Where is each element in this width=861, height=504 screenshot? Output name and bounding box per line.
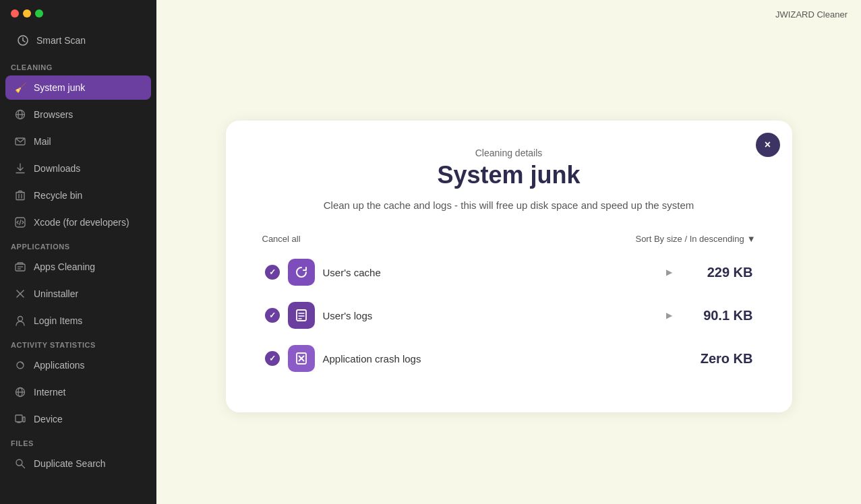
item-size: 90.1 KB [686,308,753,323]
recycle-bin-icon [13,189,27,202]
svg-rect-21 [16,415,22,422]
sidebar-item-label: Device [34,414,63,424]
item-name: User's logs [323,310,653,321]
close-button[interactable]: × [756,133,780,157]
smart-scan-label: Smart Scan [36,35,86,46]
sidebar-item-label: Applications [34,360,85,371]
sort-button[interactable]: Sort By size / In descending ▼ [635,234,755,244]
expand-arrow-icon[interactable]: ▶ [661,265,678,280]
cache-icon [288,259,315,286]
sidebar: Smart Scan Cleaning 🧹 System junk Browse… [0,0,156,504]
sort-label: Sort By size / In descending [635,234,744,244]
sidebar-item-label: Apps Cleaning [34,261,95,272]
expand-arrow-icon[interactable]: ▶ [661,308,678,323]
section-files-label: Files [0,433,156,450]
traffic-lights [11,9,43,18]
sidebar-item-apps-cleaning[interactable]: Apps Cleaning [5,255,151,279]
sidebar-item-duplicate-search[interactable]: Duplicate Search [5,451,151,476]
crash-icon [288,345,315,372]
uninstaller-icon [13,287,27,301]
sidebar-item-browsers[interactable]: Browsers [5,102,151,127]
xcode-icon [13,216,27,229]
card-title: System junk [260,161,759,189]
card-subtitle: Cleaning details [260,148,759,158]
check-icon[interactable] [265,351,280,366]
duplicate-search-icon [13,457,27,470]
sidebar-item-label: Xcode (for developers) [34,217,129,228]
table-row[interactable]: User's cache ▶ 229 KB [260,252,759,292]
system-junk-icon: 🧹 [13,81,27,94]
maximize-window-button[interactable] [35,9,43,18]
card-description: Clean up the cache and logs - this will … [260,197,759,214]
sidebar-item-label: Downloads [34,163,80,174]
table-row[interactable]: Application crash logs Zero KB [260,338,759,379]
minimize-window-button[interactable] [23,9,31,18]
device-icon [13,412,27,426]
sidebar-item-recycle-bin[interactable]: Recycle bin [5,183,151,208]
cancel-all-button[interactable]: Cancel all [262,234,301,244]
sort-down-icon: ▼ [747,234,756,244]
list-header: Cancel all Sort By size / In descending … [260,234,759,244]
applications-stat-icon [13,358,27,372]
item-name: User's cache [323,267,653,278]
login-items-icon [13,314,27,327]
internet-icon [13,385,27,399]
svg-rect-22 [23,417,25,422]
close-window-button[interactable] [11,9,19,18]
table-row[interactable]: User's logs ▶ 90.1 KB [260,295,759,336]
svg-rect-11 [16,264,25,271]
sidebar-item-mail[interactable]: Mail [5,129,151,154]
sidebar-item-label: System junk [34,82,85,93]
browsers-icon [13,108,27,121]
cleaning-details-card: × Cleaning details System junk Clean up … [226,121,792,412]
section-applications-label: Applications [0,236,156,253]
item-size: 229 KB [686,265,753,280]
check-icon[interactable] [265,265,280,280]
svg-rect-6 [16,193,24,200]
item-size: Zero KB [686,351,753,367]
sidebar-item-label: Recycle bin [34,190,82,201]
check-icon[interactable] [265,308,280,323]
sidebar-item-label: Login Items [34,315,82,326]
titlebar [0,0,156,24]
sidebar-item-label: Internet [34,387,65,398]
sidebar-item-smart-scan[interactable]: Smart Scan [5,27,151,54]
section-cleaning-label: Cleaning [0,57,156,74]
main-content: JWIZARD Cleaner × Cleaning details Syste… [156,0,861,504]
mail-icon [13,135,27,148]
sidebar-item-downloads[interactable]: Downloads [5,156,151,181]
logs-icon [288,302,315,329]
topbar: JWIZARD Cleaner [156,0,861,29]
sidebar-item-applications-stat[interactable]: Applications [5,353,151,377]
apps-cleaning-icon [13,260,27,274]
sidebar-item-label: Mail [34,136,51,147]
sidebar-item-label: Duplicate Search [34,458,106,469]
downloads-icon [13,162,27,175]
sidebar-item-internet[interactable]: Internet [5,380,151,404]
items-list: User's cache ▶ 229 KB U [260,252,759,379]
sidebar-item-label: Browsers [34,109,73,120]
section-activity-label: Activity statistics [0,334,156,352]
svg-line-25 [22,465,25,468]
content-area: × Cleaning details System junk Clean up … [156,29,861,504]
sidebar-item-system-junk[interactable]: 🧹 System junk [5,75,151,100]
sidebar-item-device[interactable]: Device [5,407,151,431]
smart-scan-icon [16,34,30,47]
sidebar-item-login-items[interactable]: Login Items [5,309,151,333]
item-name: Application crash logs [323,353,678,365]
svg-point-16 [18,317,23,321]
sidebar-item-label: Uninstaller [34,288,78,299]
sidebar-item-xcode[interactable]: Xcode (for developers) [5,210,151,234]
app-title: JWIZARD Cleaner [775,9,848,20]
sidebar-item-uninstaller[interactable]: Uninstaller [5,282,151,306]
